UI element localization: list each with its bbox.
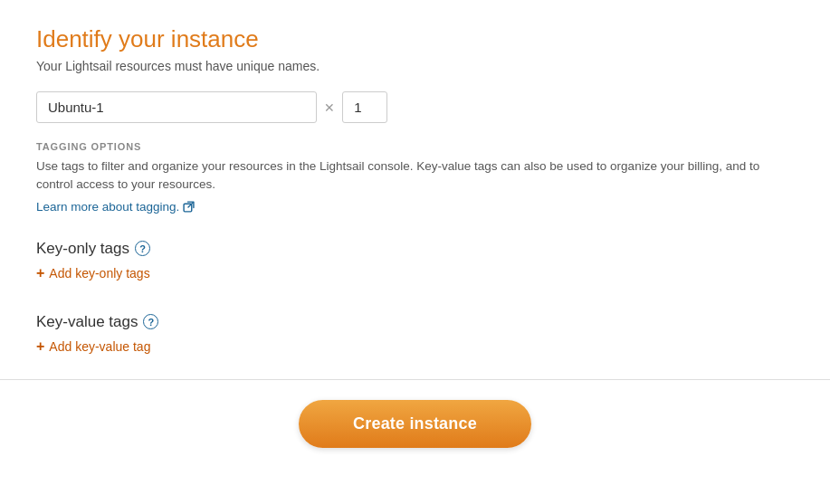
subtitle-text: Your Lightsail resources must have uniqu… (36, 59, 794, 73)
add-key-value-tag-link[interactable]: + Add key-value tag (36, 339, 150, 354)
key-value-help-icon[interactable]: ? (143, 314, 158, 329)
add-key-value-label: Add key-value tag (49, 339, 150, 354)
key-only-tags-section: Key-only tags ? + Add key-only tags (36, 240, 794, 297)
title-text-2: instance (171, 25, 259, 52)
key-only-tags-label: Key-only tags (36, 240, 129, 258)
instance-name-row: ✕ (36, 91, 794, 123)
instance-count-input[interactable] (342, 91, 387, 123)
create-instance-button[interactable]: Create instance (299, 400, 531, 448)
tagging-learn-more-link[interactable]: Learn more about tagging. (36, 200, 195, 214)
plus-icon-1: + (36, 266, 44, 281)
svg-line-1 (188, 202, 193, 206)
clear-icon[interactable]: ✕ (324, 100, 335, 115)
add-key-only-label: Add key-only tags (49, 266, 149, 281)
plus-icon-2: + (36, 339, 44, 354)
tagging-description: Use tags to filter and organize your res… (36, 157, 794, 195)
tagging-section: TAGGING OPTIONS Use tags to filter and o… (36, 141, 794, 214)
page-container: Identify your instance Your Lightsail re… (0, 0, 830, 504)
key-only-tags-heading: Key-only tags ? (36, 240, 794, 258)
tagging-options-label: TAGGING OPTIONS (36, 141, 794, 152)
instance-name-input[interactable] (36, 91, 317, 123)
footer: Create instance (36, 380, 794, 475)
add-key-only-tags-link[interactable]: + Add key-only tags (36, 266, 150, 281)
key-only-help-icon[interactable]: ? (135, 241, 150, 256)
tagging-link-text: Learn more about tagging. (36, 200, 179, 214)
title-text-1: Identify your (36, 25, 171, 52)
page-title: Identify your instance (36, 25, 794, 53)
key-value-tags-label: Key-value tags (36, 313, 138, 331)
key-value-tags-heading: Key-value tags ? (36, 313, 794, 331)
key-value-tags-section: Key-value tags ? + Add key-value tag (36, 313, 794, 370)
external-link-icon (183, 201, 195, 213)
